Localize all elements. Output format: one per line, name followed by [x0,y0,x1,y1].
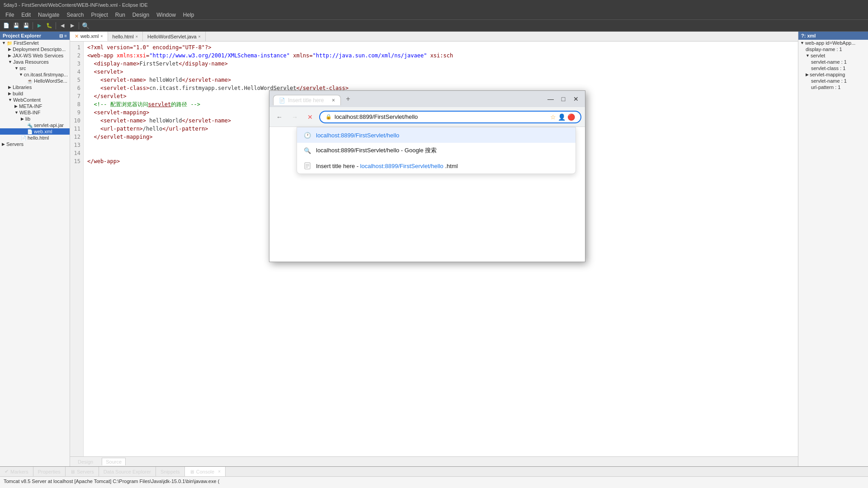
menu-window[interactable]: Window [153,11,179,19]
sidebar-item-servers[interactable]: ▶ Servers [0,141,70,147]
toolbar-save-all[interactable]: 💾 [22,21,31,30]
toolbar-sep2 [56,22,56,29]
line-numbers: 12345 678910 1112131415 [70,42,84,456]
bottom-console-content: Tomcat v8.5 Server at localhost [Apache … [0,477,868,488]
forward-icon: → [292,113,298,121]
tab-hellohtml-close[interactable]: × [136,34,138,39]
sidebar-item-hello-html[interactable]: 📄 hello.html [0,135,70,141]
sidebar-item-web-xml[interactable]: 📄 web.xml [0,128,70,135]
bottom-tab-snippets[interactable]: Snippets [156,467,185,476]
sidebar-controls[interactable]: ⊟ ≡ [59,33,67,38]
tab-hello-html[interactable]: hello.html × [108,32,143,41]
code-line-2: <web-app xmlns:xsi="http://www.w3.org/20… [87,52,794,60]
browser-tab-close[interactable]: × [332,97,335,103]
menu-edit[interactable]: Edit [18,11,34,19]
history-icon: 🕐 [303,131,311,139]
right-tree-servlet-name[interactable]: servlet-name : 1 [798,59,868,65]
bottom-tab-markers[interactable]: ✔ Markers [0,467,33,476]
page-favicon: 📄 [279,98,285,103]
menu-bar: File Edit Navigate Search Project Run De… [0,10,868,20]
console-close[interactable]: × [218,469,221,474]
sidebar-item-firstservlet[interactable]: ▼ 📁 FirstServlet [0,40,70,46]
browser-maximize-btn[interactable]: □ [558,94,569,104]
title-bar: 5day3 - FirstServlet/WebContent/WEB-INF/… [0,0,868,10]
back-icon: ← [276,113,283,121]
menu-help[interactable]: Help [179,11,198,19]
toolbar-save[interactable]: 💾 [12,21,21,30]
sidebar-header: Project Explorer ⊟ ≡ [0,32,70,40]
sidebar-item-servlet-jar[interactable]: 🔩 servlet-api.jar [0,122,70,128]
toolbar-back[interactable]: ◀ [58,21,67,30]
browser-new-tab-btn[interactable]: + [342,93,354,105]
browser-back-btn[interactable]: ← [273,111,286,123]
right-tree-servlet-mapping[interactable]: ▶ servlet-mapping [798,71,868,78]
profile-icon[interactable]: 👤 [558,113,566,121]
code-line-5: <servlet-name> helloWorld</servlet-name> [87,76,794,84]
sidebar-item-lib[interactable]: ▶ lib [0,116,70,122]
tab-helloword-java[interactable]: HelloWordServlet.java × [143,32,206,41]
sidebar-item-webcontent[interactable]: ▼ WebContent [0,97,70,103]
address-bar[interactable]: 🔒 localhost:8899/FirstServlet/hello ☆ 👤 … [319,111,581,123]
menu-file[interactable]: File [2,11,18,19]
sidebar-item-build[interactable]: ▶ build [0,90,70,97]
bottom-panel-tabs: ✔ Markers Properties 🖥 Servers Data Sour… [0,467,868,477]
editor-tab-design[interactable]: Design [74,458,97,466]
sidebar-item-package[interactable]: ▼ cn.itcast.firstmyap... [0,71,70,78]
console-text: Tomcat v8.5 Server at localhost [Apache … [4,479,219,484]
sidebar-item-src[interactable]: ▼ src [0,65,70,71]
toolbar-run[interactable]: ▶ [35,21,44,30]
bottom-tab-console[interactable]: 🖥 Console × [185,467,226,476]
tab-webxml-close[interactable]: × [100,34,103,38]
bottom-tab-datasource[interactable]: Data Source Explorer [99,467,156,476]
tab-webxml[interactable]: ✕ web.xml × [70,32,108,41]
menu-design[interactable]: Design [129,11,153,19]
browser-active-tab[interactable]: 📄 Insert title here × [273,95,341,105]
bottom-tab-properties[interactable]: Properties [33,467,66,476]
browser-minimize-btn[interactable]: — [545,94,556,104]
right-tree-url-pattern[interactable]: url-pattern : 1 [798,84,868,90]
sidebar-item-meta-inf[interactable]: ▶ META-INF [0,103,70,109]
sidebar-item-jax[interactable]: ▶ JAX-WS Web Services [0,52,70,59]
browser-content: 🕐 localhost:8899/FirstServlet/hello 🔍 lo… [269,127,585,262]
autocomplete-item-1[interactable]: 🕐 localhost:8899/FirstServlet/hello [297,127,576,143]
menu-project[interactable]: Project [87,11,111,19]
toolbar-new[interactable]: 📄 [2,21,11,30]
right-tree-servlet-class[interactable]: servlet-class : 1 [798,65,868,71]
browser-navbar: ← → ✕ 🔒 localhost:8899/FirstServlet/hell… [269,107,585,127]
autocomplete-item-2[interactable]: 🔍 localhost:8899/FirstServlet/hello - Go… [297,143,576,158]
menu-run[interactable]: Run [112,11,129,19]
browser-window: 📄 Insert title here × + — □ ✕ ← → ✕ 🔒 lo… [269,90,585,262]
sidebar-item-helloword[interactable]: ☕ HelloWordSe... [0,78,70,84]
autocomplete-dropdown: 🕐 localhost:8899/FirstServlet/hello 🔍 lo… [297,127,576,174]
sidebar-item-web-inf[interactable]: ▼ WEB-INF [0,109,70,116]
editor-tab-source[interactable]: Source [102,458,126,465]
toolbar-search[interactable]: 🔍 [81,21,90,30]
browser-reload-btn[interactable]: ✕ [304,111,316,123]
menu-search[interactable]: Search [63,11,87,19]
autocomplete-text-2: localhost:8899/FirstServlet/hello - Goog… [316,146,437,155]
bookmark-icon[interactable]: ☆ [550,113,556,121]
browser-win-controls: — □ ✕ [545,94,581,104]
code-line-3: <display-name>FirstServlet</display-name… [87,60,794,68]
browser-close-btn[interactable]: ✕ [571,94,581,104]
right-tree-mapping-name[interactable]: servlet-name : 1 [798,78,868,84]
editor-tabs: ✕ web.xml × hello.html × HelloWordServle… [70,32,798,42]
bottom-panel: ✔ Markers Properties 🖥 Servers Data Sour… [0,466,868,488]
toolbar-debug[interactable]: 🐛 [45,21,54,30]
tab-hellojava-close[interactable]: × [198,34,201,39]
browser-forward-btn[interactable]: → [288,111,301,123]
sidebar-item-java-resources[interactable]: ▼ Java Resources [0,59,70,65]
bottom-tab-servers[interactable]: 🖥 Servers [66,467,99,476]
right-tree-webapp[interactable]: ▼ web-app id=WebApp... [798,40,868,46]
right-tree-servlet[interactable]: ▼ servlet [798,52,868,59]
menu-navigate[interactable]: Navigate [34,11,63,19]
sidebar-item-deployment[interactable]: ▶ Deployment Descripto... [0,46,70,52]
reload-icon: ✕ [307,113,313,121]
chrome-menu-icon[interactable]: 🔴 [567,113,575,121]
address-text[interactable]: localhost:8899/FirstServlet/hello [335,113,547,120]
autocomplete-item-3[interactable]: Insert title here - localhost:8899/First… [297,158,576,174]
toolbar-forward[interactable]: ▶ [68,21,77,30]
right-tree-displayname[interactable]: display-name : 1 [798,46,868,52]
tab-webxml-label: web.xml [80,33,99,39]
sidebar-item-libraries[interactable]: ▶ Libraries [0,84,70,90]
